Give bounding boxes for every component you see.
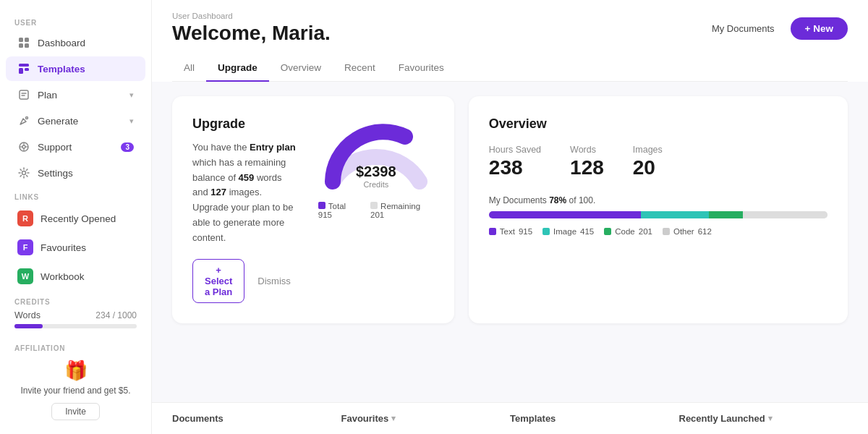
invite-button[interactable]: Invite bbox=[51, 403, 100, 420]
bottom-tabs: Documents Favourites ▾ Templates Recentl… bbox=[152, 402, 868, 434]
generate-chevron: ▾ bbox=[129, 116, 134, 126]
legend-code-val: 201 bbox=[639, 227, 652, 236]
topbar-right: My Documents + New bbox=[705, 17, 848, 40]
donut-chart-container: $2398 Credits Total 915 Remaining 201 bbox=[318, 116, 434, 219]
legend-remaining-val: 201 bbox=[370, 210, 384, 219]
recently-launched-tab-chevron: ▾ bbox=[768, 414, 773, 423]
sidebar-item-settings[interactable]: Settings bbox=[6, 161, 145, 185]
sidebar-item-dashboard[interactable]: Dashboard bbox=[6, 30, 145, 55]
legend-text: Text 915 bbox=[489, 227, 532, 236]
tab-all[interactable]: All bbox=[172, 55, 206, 82]
sidebar-item-workbook[interactable]: W Workbook bbox=[6, 263, 145, 290]
breadcrumb: User Dashboard bbox=[172, 12, 331, 20]
plan-chevron: ▾ bbox=[129, 90, 134, 100]
overview-card: Overview Hours Saved 238 Words 128 Image… bbox=[469, 96, 848, 323]
favourites-tab-chevron: ▾ bbox=[391, 414, 396, 423]
legend-other-label: Other bbox=[673, 227, 694, 236]
select-plan-button[interactable]: + Select a Plan bbox=[192, 259, 244, 303]
new-button[interactable]: + New bbox=[791, 17, 848, 40]
stat-words-value: 128 bbox=[570, 156, 604, 179]
stat-hours-label: Hours Saved bbox=[489, 145, 541, 155]
content-area: Upgrade You have the Entry plan which ha… bbox=[152, 82, 868, 402]
upgrade-left: Upgrade You have the Entry plan which ha… bbox=[192, 116, 297, 303]
sidebar-item-support[interactable]: Support 3 bbox=[6, 135, 145, 159]
legend-text-square bbox=[489, 228, 496, 235]
tabs-bar: All Upgrade Overview Recent Favourites bbox=[172, 55, 848, 82]
overview-title: Overview bbox=[489, 116, 827, 132]
workbook-label: Workbook bbox=[41, 271, 85, 282]
sidebar-item-favourites[interactable]: F Favourites bbox=[6, 234, 145, 261]
plan-icon bbox=[17, 88, 30, 101]
words-count: 459 bbox=[239, 172, 255, 183]
generate-icon bbox=[17, 114, 30, 127]
stat-words: Words 128 bbox=[570, 145, 604, 179]
images-count: 127 bbox=[210, 187, 226, 197]
bottom-tab-favourites[interactable]: Favourites ▾ bbox=[341, 413, 511, 424]
credits-label: CREDITS bbox=[14, 298, 137, 306]
sidebar-item-recently-opened[interactable]: R Recently Opened bbox=[6, 205, 145, 232]
svg-rect-1 bbox=[25, 38, 29, 42]
overview-stats: Hours Saved 238 Words 128 Images 20 bbox=[489, 145, 827, 179]
stat-hours: Hours Saved 238 bbox=[489, 145, 541, 179]
svg-rect-0 bbox=[19, 38, 23, 42]
affiliation-box: 🎁 Invite your friend and get $5. Invite bbox=[14, 359, 137, 420]
svg-rect-5 bbox=[19, 68, 23, 74]
credits-bar-fill bbox=[14, 324, 43, 328]
affiliation-text: Invite your friend and get $5. bbox=[20, 385, 130, 397]
donut-center: $2398 Credits bbox=[356, 163, 396, 189]
settings-icon bbox=[17, 166, 30, 179]
welcome-row: User Dashboard Welcome, Maria. My Docume… bbox=[172, 12, 848, 55]
svg-rect-3 bbox=[25, 43, 29, 48]
tab-overview[interactable]: Overview bbox=[269, 55, 333, 82]
legend-image: Image 415 bbox=[542, 227, 594, 236]
sidebar-item-generate[interactable]: Generate ▾ bbox=[6, 109, 145, 133]
bottom-tab-documents[interactable]: Documents bbox=[172, 413, 341, 424]
svg-rect-2 bbox=[19, 43, 23, 48]
legend-other-square bbox=[663, 228, 670, 235]
legend-total: Total 915 bbox=[318, 202, 360, 219]
favourites-icon: F bbox=[17, 239, 33, 255]
bottom-tab-templates[interactable]: Templates bbox=[510, 413, 679, 424]
support-badge: 3 bbox=[121, 142, 134, 152]
legend-image-val: 415 bbox=[580, 227, 594, 236]
dashboard-label: Dashboard bbox=[38, 38, 85, 48]
my-documents-button[interactable]: My Documents bbox=[705, 19, 782, 38]
plan-name: Entry plan bbox=[250, 142, 296, 153]
svg-rect-4 bbox=[19, 64, 29, 67]
legend-total-val: 915 bbox=[318, 210, 332, 219]
bar-legend: Text 915 Image 415 Code 201 bbox=[489, 227, 827, 236]
settings-label: Settings bbox=[38, 168, 73, 179]
header-area: User Dashboard Welcome, Maria. My Docume… bbox=[152, 0, 868, 82]
stat-images-label: Images bbox=[633, 145, 663, 155]
tab-favourites[interactable]: Favourites bbox=[387, 55, 456, 82]
recently-opened-icon: R bbox=[17, 210, 33, 226]
legend-text-val: 915 bbox=[519, 227, 532, 236]
credits-count: 234 / 1000 bbox=[95, 310, 137, 320]
legend-image-square bbox=[542, 228, 550, 235]
stat-hours-value: 238 bbox=[489, 156, 541, 179]
sidebar-item-templates[interactable]: Templates bbox=[6, 56, 145, 81]
affiliation-section: AFFILIATION 🎁 Invite your friend and get… bbox=[0, 336, 151, 429]
sidebar-item-plan[interactable]: Plan ▾ bbox=[6, 82, 145, 107]
support-label: Support bbox=[38, 142, 72, 153]
stat-words-label: Words bbox=[570, 145, 604, 155]
legend-text-label: Text bbox=[500, 227, 515, 236]
tab-upgrade[interactable]: Upgrade bbox=[206, 55, 269, 82]
svg-rect-6 bbox=[25, 68, 29, 71]
docs-progress-label: My Documents 78% of 100. bbox=[489, 195, 827, 205]
dismiss-button[interactable]: Dismiss bbox=[252, 271, 297, 292]
upgrade-card: Upgrade You have the Entry plan which ha… bbox=[172, 96, 454, 323]
plan-label: Plan bbox=[38, 90, 57, 101]
tab-recent[interactable]: Recent bbox=[333, 55, 387, 82]
bar-image bbox=[641, 211, 709, 218]
recently-opened-label: Recently Opened bbox=[41, 213, 116, 224]
support-icon bbox=[17, 140, 30, 153]
links-label: LINKS bbox=[0, 186, 151, 204]
legend-remaining: Remaining 201 bbox=[370, 202, 434, 219]
legend-code-label: Code bbox=[615, 227, 635, 236]
bottom-tab-recently-launched[interactable]: Recently Launched ▾ bbox=[679, 413, 848, 424]
credits-bar-background bbox=[14, 324, 137, 328]
sidebar-user-label: USER bbox=[0, 12, 151, 30]
legend-code: Code 201 bbox=[604, 227, 652, 236]
favourites-label: Favourites bbox=[41, 242, 86, 253]
